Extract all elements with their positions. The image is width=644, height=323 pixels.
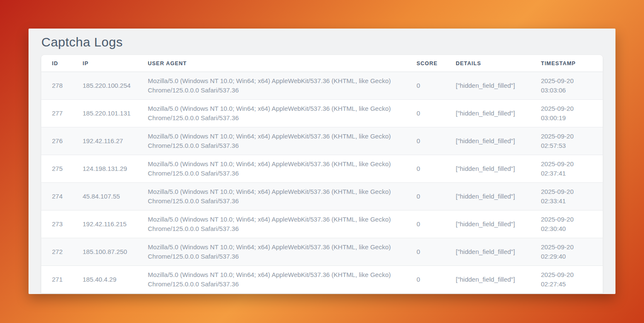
table-header: ID IP USER AGENT SCORE DETAILS TIMESTAMP — [41, 55, 603, 72]
cell-timestamp: 2025-09-20 02:29:40 — [530, 238, 603, 266]
cell-timestamp: 2025-09-20 02:37:41 — [530, 155, 603, 183]
cell-user-agent: Mozilla/5.0 (Windows NT 10.0; Win64; x64… — [137, 211, 406, 238]
cell-details: ["hidden_field_filled"] — [445, 155, 530, 183]
cell-timestamp: 2025-09-20 03:03:06 — [530, 72, 603, 100]
cell-id: 276 — [41, 127, 72, 155]
column-header-score: SCORE — [406, 55, 445, 72]
cell-timestamp: 2025-09-20 03:00:19 — [530, 100, 603, 127]
captcha-logs-table: ID IP USER AGENT SCORE DETAILS TIMESTAMP… — [41, 55, 603, 294]
captcha-logs-table-container: ID IP USER AGENT SCORE DETAILS TIMESTAMP… — [41, 55, 603, 294]
cell-score: 0 — [406, 127, 445, 155]
cell-id: 274 — [41, 183, 72, 211]
cell-user-agent: Mozilla/5.0 (Windows NT 10.0; Win64; x64… — [137, 100, 406, 127]
cell-score: 0 — [406, 100, 445, 127]
cell-timestamp: 2025-09-20 02:33:41 — [530, 183, 603, 211]
cell-timestamp: 2025-09-20 02:30:40 — [530, 211, 603, 238]
table-row: 274 45.84.107.55 Mozilla/5.0 (Windows NT… — [41, 183, 603, 211]
cell-details: ["hidden_field_filled"] — [445, 266, 530, 294]
cell-ip: 192.42.116.215 — [72, 211, 137, 238]
cell-user-agent: Mozilla/5.0 (Windows NT 10.0; Win64; x64… — [137, 127, 406, 155]
cell-user-agent: Mozilla/5.0 (Windows NT 10.0; Win64; x64… — [137, 155, 406, 183]
table-row: 275 124.198.131.29 Mozilla/5.0 (Windows … — [41, 155, 603, 183]
cell-user-agent: Mozilla/5.0 (Windows NT 10.0; Win64; x64… — [137, 72, 406, 100]
cell-details: ["hidden_field_filled"] — [445, 211, 530, 238]
cell-details: ["hidden_field_filled"] — [445, 127, 530, 155]
page-title: Captcha Logs — [29, 29, 615, 55]
cell-ip: 45.84.107.55 — [72, 183, 137, 211]
cell-ip: 124.198.131.29 — [72, 155, 137, 183]
cell-id: 277 — [41, 100, 72, 127]
cell-id: 272 — [41, 238, 72, 266]
cell-details: ["hidden_field_filled"] — [445, 72, 530, 100]
column-header-timestamp: TIMESTAMP — [530, 55, 603, 72]
table-row: 276 192.42.116.27 Mozilla/5.0 (Windows N… — [41, 127, 603, 155]
cell-score: 0 — [406, 155, 445, 183]
cell-id: 278 — [41, 72, 72, 100]
cell-user-agent: Mozilla/5.0 (Windows NT 10.0; Win64; x64… — [137, 266, 406, 294]
table-body: 278 185.220.100.254 Mozilla/5.0 (Windows… — [41, 72, 603, 294]
cell-details: ["hidden_field_filled"] — [445, 100, 530, 127]
cell-id: 275 — [41, 155, 72, 183]
cell-score: 0 — [406, 266, 445, 294]
table-row: 278 185.220.100.254 Mozilla/5.0 (Windows… — [41, 72, 603, 100]
table-row: 271 185.40.4.29 Mozilla/5.0 (Windows NT … — [41, 266, 603, 294]
cell-score: 0 — [406, 211, 445, 238]
table-row: 277 185.220.101.131 Mozilla/5.0 (Windows… — [41, 100, 603, 127]
cell-details: ["hidden_field_filled"] — [445, 238, 530, 266]
cell-ip: 185.220.101.131 — [72, 100, 137, 127]
cell-score: 0 — [406, 183, 445, 211]
cell-timestamp: 2025-09-20 02:27:45 — [530, 266, 603, 294]
column-header-id: ID — [41, 55, 72, 72]
cell-ip: 185.220.100.254 — [72, 72, 137, 100]
captcha-logs-card: Captcha Logs ID IP USER AGENT SCORE DETA… — [29, 29, 615, 294]
cell-ip: 185.100.87.250 — [72, 238, 137, 266]
cell-timestamp: 2025-09-20 02:57:53 — [530, 127, 603, 155]
column-header-details: DETAILS — [445, 55, 530, 72]
cell-user-agent: Mozilla/5.0 (Windows NT 10.0; Win64; x64… — [137, 238, 406, 266]
cell-details: ["hidden_field_filled"] — [445, 183, 530, 211]
cell-user-agent: Mozilla/5.0 (Windows NT 10.0; Win64; x64… — [137, 183, 406, 211]
cell-id: 273 — [41, 211, 72, 238]
table-row: 272 185.100.87.250 Mozilla/5.0 (Windows … — [41, 238, 603, 266]
cell-score: 0 — [406, 238, 445, 266]
cell-score: 0 — [406, 72, 445, 100]
table-row: 273 192.42.116.215 Mozilla/5.0 (Windows … — [41, 211, 603, 238]
column-header-ip: IP — [72, 55, 137, 72]
cell-ip: 185.40.4.29 — [72, 266, 137, 294]
cell-ip: 192.42.116.27 — [72, 127, 137, 155]
column-header-user-agent: USER AGENT — [137, 55, 406, 72]
cell-id: 271 — [41, 266, 72, 294]
